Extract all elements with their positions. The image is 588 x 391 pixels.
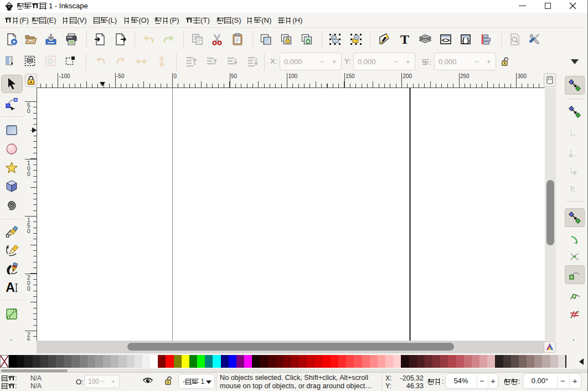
svg-text:T: T <box>400 33 409 46</box>
svg-text:A: A <box>6 281 15 294</box>
svg-text:<>: <> <box>441 36 450 44</box>
svg-text:{ }: { } <box>462 36 470 44</box>
